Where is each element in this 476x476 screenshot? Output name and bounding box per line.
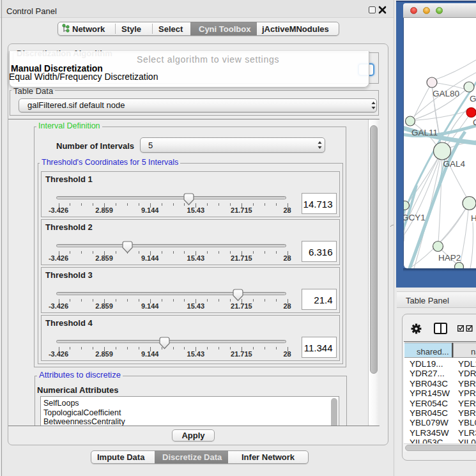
- svg-text:HI: HI: [471, 213, 476, 223]
- svg-text:C: C: [473, 118, 476, 127]
- svg-text:GAL4: GAL4: [443, 159, 466, 169]
- svg-text:GAL80: GAL80: [433, 89, 459, 98]
- svg-text:HAP2: HAP2: [438, 253, 461, 263]
- svg-text:GAL11: GAL11: [411, 128, 438, 137]
- svg-text:GA: GA: [470, 94, 476, 104]
- svg-text:GCY1: GCY1: [404, 213, 426, 222]
